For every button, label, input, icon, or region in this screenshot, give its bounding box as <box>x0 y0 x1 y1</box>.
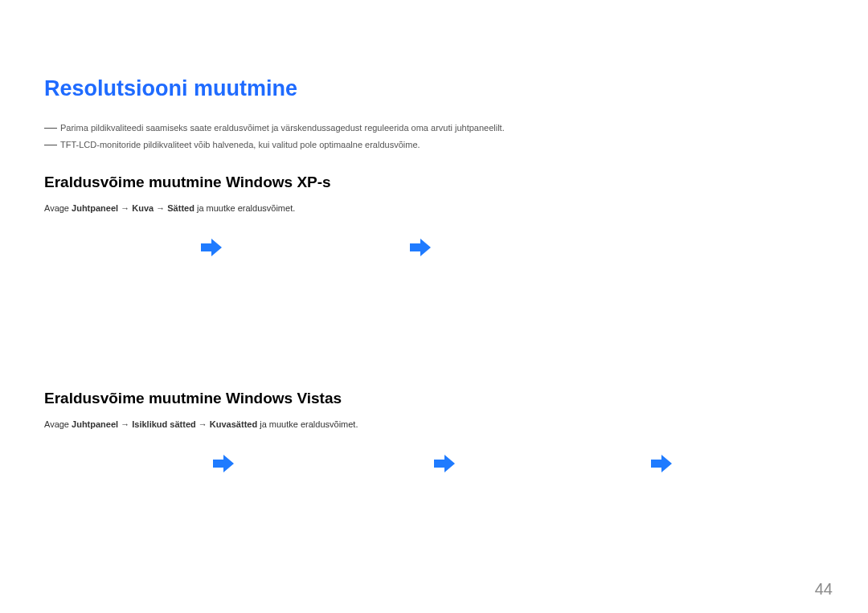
instruction-vista: Avage Juhtpaneel → Isiklikud sätted → Ku… <box>44 419 824 431</box>
arrow-right-icon <box>434 455 455 472</box>
note-line-2: ― TFT-LCD-monitoride pildikvaliteet võib… <box>44 139 824 151</box>
xp-b3: Sätted <box>167 203 197 213</box>
arrow-right-icon <box>651 455 672 472</box>
xp-b2: Kuva <box>132 203 156 213</box>
xp-prefix: Avage <box>44 203 72 213</box>
vista-arr1: → <box>121 419 132 429</box>
vista-prefix: Avage <box>44 419 72 429</box>
arrow-row-vista <box>44 455 824 487</box>
arrow-row-xp <box>44 239 824 271</box>
xp-arr1: → <box>121 203 132 213</box>
vista-suffix: ja muutke eraldusvõimet. <box>260 419 358 429</box>
page-title: Resolutsiooni muutmine <box>44 76 824 101</box>
vista-b2: Isiklikud sätted <box>132 419 199 429</box>
vista-b1: Juhtpaneel <box>72 419 121 429</box>
note-text-2: TFT-LCD-monitoride pildikvaliteet võib h… <box>60 139 420 151</box>
xp-b1: Juhtpaneel <box>72 203 121 213</box>
xp-arr2: → <box>156 203 167 213</box>
arrow-right-icon <box>201 239 222 256</box>
arrow-right-icon <box>410 239 431 256</box>
note-line-1: ― Parima pildikvaliteedi saamiseks saate… <box>44 122 824 134</box>
page-number: 44 <box>815 580 833 599</box>
note-text-1: Parima pildikvaliteedi saamiseks saate e… <box>60 122 505 134</box>
dash-icon: ― <box>44 139 57 150</box>
instruction-xp: Avage Juhtpaneel → Kuva → Sätted ja muut… <box>44 202 824 215</box>
section-heading-xp: Eraldusvõime muutmine Windows XP-s <box>44 174 824 191</box>
vista-b3: Kuvasätted <box>210 419 260 429</box>
section-heading-vista: Eraldusvõime muutmine Windows Vistas <box>44 390 824 407</box>
dash-icon: ― <box>44 122 57 133</box>
vista-arr2: → <box>199 419 210 429</box>
xp-suffix: ja muutke eraldusvõimet. <box>197 203 295 213</box>
arrow-right-icon <box>213 455 234 472</box>
